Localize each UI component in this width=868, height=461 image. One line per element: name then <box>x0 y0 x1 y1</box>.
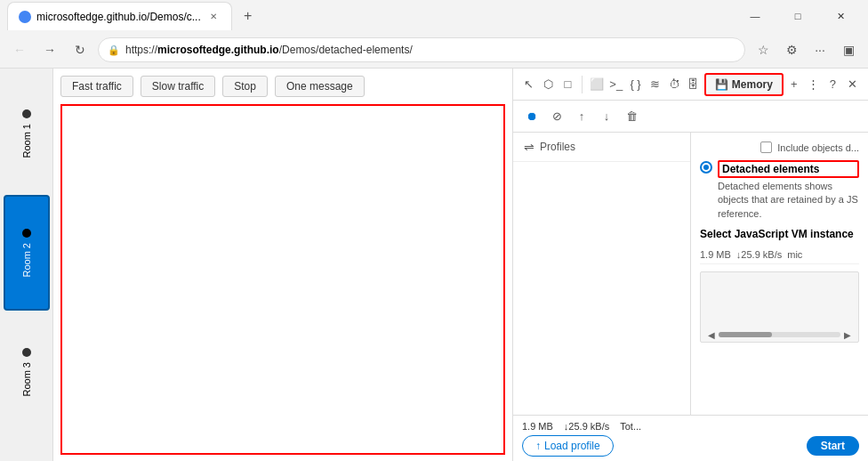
devtools-footer: 1.9 MB ↓25.9 kB/s Tot... ↑ Load profile … <box>513 415 868 461</box>
footer-stat-1: 1.9 MB <box>522 421 553 432</box>
nav-bar: ← → ↻ 🔒 https://microsoftedge.github.io/… <box>0 32 868 68</box>
dt-clear-icon[interactable]: ⊘ <box>545 105 568 128</box>
window-controls: — □ ✕ <box>735 2 861 30</box>
tab-favicon <box>19 11 31 23</box>
load-profile-label: Load profile <box>544 440 600 452</box>
footer-actions: ↑ Load profile Start <box>522 435 859 457</box>
fast-traffic-button[interactable]: Fast traffic <box>60 76 133 97</box>
footer-stats: 1.9 MB ↓25.9 kB/s Tot... <box>522 421 859 432</box>
main-content: Fast traffic Slow traffic Stop One messa… <box>53 69 512 461</box>
dt-square-icon[interactable]: □ <box>559 73 577 96</box>
memory-icon: 💾 <box>715 78 728 91</box>
detached-elements-desc: Detached elements shows objects that are… <box>718 180 859 221</box>
dt-network-icon[interactable]: ≋ <box>646 73 663 96</box>
tab-close-icon[interactable]: ✕ <box>206 10 221 24</box>
vm-title: Select JavaScript VM instance <box>700 228 859 240</box>
room-3-item[interactable]: Room 3 <box>4 314 50 430</box>
profiles-header: ⇌ Profiles <box>513 133 690 162</box>
dt-inspect-icon[interactable]: ↖ <box>520 73 538 96</box>
stop-button[interactable]: Stop <box>222 76 268 97</box>
dt-record-icon[interactable]: ⏺ <box>520 105 543 128</box>
vm-list-item[interactable]: 1.9 MB ↓25.9 kB/s mic <box>700 246 859 264</box>
devtools-body: ⇌ Profiles Include objects d... Detached… <box>513 133 868 415</box>
address-prefix: https:// <box>125 44 157 56</box>
devtools-panel: ↖ ⬡ □ ⬜ >_ { } ≋ ⏱ 🗄 💾 Memory + ⋮ ? ✕ ⏺ … <box>512 69 868 461</box>
include-checkbox[interactable] <box>760 142 772 153</box>
dt-trash-icon[interactable]: 🗑 <box>620 105 643 128</box>
detached-elements-option[interactable]: Detached elements Detached elements show… <box>700 160 859 221</box>
scrollbar-horizontal[interactable]: ◀ ▶ <box>701 331 858 338</box>
refresh-button[interactable]: ↻ <box>68 37 92 62</box>
radio-inner <box>703 165 709 170</box>
maximize-button[interactable]: □ <box>777 2 818 30</box>
page-toolbar: Fast traffic Slow traffic Stop One messa… <box>60 76 505 97</box>
radio-label-group: Detached elements Detached elements show… <box>718 160 859 221</box>
load-profile-icon: ↑ <box>535 440 541 452</box>
scrollbar-track <box>719 332 840 337</box>
footer-stat-3: Tot... <box>620 421 641 432</box>
scroll-left-arrow[interactable]: ◀ <box>708 330 715 340</box>
footer-stat-2: ↓25.9 kB/s <box>564 421 609 432</box>
close-button[interactable]: ✕ <box>820 2 861 30</box>
profiles-sidebar: ⇌ Profiles <box>513 133 691 415</box>
radio-circle <box>700 161 712 174</box>
address-bar[interactable]: 🔒 https://microsoftedge.github.io/Demos/… <box>98 37 745 62</box>
tab-title: microsoftedge.github.io/Demos/c... <box>36 11 201 23</box>
dt-cursor-icon[interactable]: ⬡ <box>540 73 558 96</box>
room-3-label: Room 3 <box>21 362 32 397</box>
favorites-button[interactable]: ☆ <box>751 37 776 62</box>
dt-upload-icon[interactable]: ↑ <box>570 105 593 128</box>
dt-performance-icon[interactable]: ⏱ <box>665 73 683 96</box>
dt-console-icon[interactable]: >_ <box>607 73 625 96</box>
one-message-button[interactable]: One message <box>275 76 365 97</box>
scroll-area[interactable]: ◀ ▶ <box>700 271 859 343</box>
slow-traffic-button[interactable]: Slow traffic <box>141 76 215 97</box>
vm-stat-3: mic <box>787 249 802 260</box>
memory-tab[interactable]: 💾 Memory <box>704 73 784 96</box>
dt-more-icon[interactable]: ⋮ <box>805 73 823 96</box>
back-button[interactable]: ← <box>7 37 32 62</box>
nav-right-buttons: ☆ ⚙ ··· ▣ <box>751 37 861 62</box>
memory-tab-label: Memory <box>732 78 773 91</box>
room-1-label: Room 1 <box>21 124 32 158</box>
new-tab-button[interactable]: + <box>236 4 261 28</box>
extensions-button[interactable]: ⚙ <box>779 37 804 62</box>
include-row: Include objects d... <box>700 142 859 153</box>
devtools-toolbar: ↖ ⬡ □ ⬜ >_ { } ≋ ⏱ 🗄 💾 Memory + ⋮ ? ✕ <box>513 69 868 101</box>
dt-sources-icon[interactable]: { } <box>627 73 645 96</box>
scrollbar-thumb[interactable] <box>719 332 772 337</box>
room-2-dot <box>22 229 31 238</box>
forward-button[interactable]: → <box>37 37 62 62</box>
address-text: https://microsoftedge.github.io/Demos/de… <box>125 44 735 56</box>
sidebar-button[interactable]: ▣ <box>836 37 861 62</box>
room-1-item[interactable]: Room 1 <box>4 76 50 191</box>
dt-close-icon[interactable]: ✕ <box>843 73 861 96</box>
include-label: Include objects d... <box>777 142 859 153</box>
lock-icon: 🔒 <box>108 44 120 56</box>
dt-separator-1 <box>582 76 583 93</box>
dt-elements-icon[interactable]: ⬜ <box>588 73 606 96</box>
devtools-sub-toolbar: ⏺ ⊘ ↑ ↓ 🗑 <box>513 101 868 133</box>
start-button[interactable]: Start <box>807 436 859 456</box>
dt-application-icon[interactable]: 🗄 <box>685 73 703 96</box>
devtools-right: Include objects d... Detached elements D… <box>691 133 868 415</box>
active-tab[interactable]: microsoftedge.github.io/Demos/c... ✕ <box>7 2 232 30</box>
room-2-label: Room 2 <box>21 243 32 278</box>
canvas-area <box>60 104 505 455</box>
scroll-right-arrow[interactable]: ▶ <box>844 330 851 340</box>
more-button[interactable]: ··· <box>808 37 832 62</box>
tab-bar: microsoftedge.github.io/Demos/c... ✕ + —… <box>0 0 868 32</box>
address-domain: microsoftedge.github.io <box>157 44 279 56</box>
vm-stat-1: 1.9 MB <box>700 249 731 260</box>
room-2-item[interactable]: Room 2 <box>4 195 50 311</box>
minimize-button[interactable]: — <box>735 2 776 30</box>
dt-help-icon[interactable]: ? <box>824 73 841 96</box>
room-3-dot <box>22 348 31 357</box>
dt-add-tab-icon[interactable]: + <box>785 73 803 96</box>
address-path: /Demos/detached-elements/ <box>279 44 413 56</box>
detached-elements-label: Detached elements <box>718 160 859 178</box>
vm-stat-2: ↓25.9 kB/s <box>736 249 782 260</box>
dt-download-icon[interactable]: ↓ <box>595 105 618 128</box>
load-profile-button[interactable]: ↑ Load profile <box>522 435 614 457</box>
page-layout: Room 1 Room 2 Room 3 Fast traffic Slow t… <box>0 69 868 461</box>
